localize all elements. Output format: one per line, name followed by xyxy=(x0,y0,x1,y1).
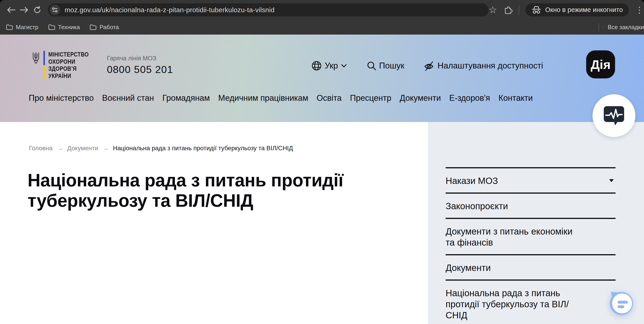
bookmarks-bar: Магистр Техника Работа Все закладки xyxy=(0,20,644,34)
folder-icon xyxy=(6,24,13,30)
logo-line: УКРАЇНИ xyxy=(48,72,89,80)
logo-line: ЗДОРОВ’Я xyxy=(48,65,89,72)
bookmark-folder-rabota[interactable]: Работа xyxy=(90,24,119,31)
search-icon xyxy=(367,61,376,70)
breadcrumb-current: Національна рада з питань протидії тубер… xyxy=(113,144,293,152)
chat-bubble-icon xyxy=(606,290,633,316)
folder-icon xyxy=(603,24,604,30)
header-actions: Укр Пошук Налаштування доступності xyxy=(312,56,543,75)
reload-button[interactable] xyxy=(31,4,44,16)
sidebar-item-label: Документи з питань економіки та фінансів xyxy=(446,226,578,248)
hotline: Гаряча лінія МОЗ 0800 505 201 xyxy=(107,55,173,76)
browser-menu-button[interactable]: ⋮ xyxy=(635,6,644,14)
main-nav: Про міністерство Воєнний стан Громадянам… xyxy=(29,93,533,103)
bookmark-label: Техника xyxy=(58,24,80,31)
dropdown-caret-icon[interactable] xyxy=(609,179,614,182)
hotline-number[interactable]: 0800 505 201 xyxy=(107,64,173,76)
url-text: moz.gov.ua/uk/nacionalna-rada-z-pitan-pr… xyxy=(65,6,274,14)
nav-item-contacts[interactable]: Контакти xyxy=(498,93,533,103)
sidebar-item-label: Законопроєкти xyxy=(446,201,578,212)
browser-chrome: moz.gov.ua/uk/nacionalna-rada-z-pitan-pr… xyxy=(0,0,644,34)
language-selector[interactable]: Укр xyxy=(312,60,347,71)
reload-icon xyxy=(33,6,41,14)
accessibility-label: Налаштування доступності xyxy=(438,61,543,70)
chevron-down-icon xyxy=(341,64,347,68)
folder-icon xyxy=(48,24,55,30)
nav-item-press-center[interactable]: Пресцентр xyxy=(350,93,391,103)
main-content: Головна → Документи → Національна рада з… xyxy=(0,122,428,324)
sidebar-menu: Накази МОЗ Законопроєкти Документи з пит… xyxy=(446,167,616,324)
all-bookmarks-button[interactable]: Все закладки xyxy=(598,20,644,34)
nav-item-ehealth[interactable]: Е-здоров'я xyxy=(449,93,490,103)
dia-label: Дія xyxy=(591,57,610,72)
logo-line: ОХОРОНИ xyxy=(48,58,89,65)
sidebar-item-label: Накази МОЗ xyxy=(446,175,578,186)
accessibility-button[interactable]: Налаштування доступності xyxy=(423,60,543,72)
page-title: Національна рада з питань протидії тубер… xyxy=(28,170,398,211)
sidebar-item-documents[interactable]: Документи xyxy=(446,254,616,280)
nav-item-about[interactable]: Про міністерство xyxy=(29,93,94,103)
chat-widget-button[interactable] xyxy=(606,290,633,316)
breadcrumb-arrow-icon: → xyxy=(102,145,109,152)
breadcrumb-item-documents[interactable]: Документи xyxy=(67,144,98,152)
breadcrumb: Головна → Документи → Національна рада з… xyxy=(29,144,293,152)
logo-line: МІНІСТЕРСТВО xyxy=(48,51,89,58)
site-header: МІНІСТЕРСТВО ОХОРОНИ ЗДОРОВ’Я УКРАЇНИ Га… xyxy=(0,34,644,122)
bookmark-star-button[interactable]: ☆ xyxy=(488,5,497,15)
trident-icon xyxy=(32,52,40,64)
forward-button[interactable] xyxy=(18,4,31,16)
search-label: Пошук xyxy=(379,61,404,70)
back-button[interactable] xyxy=(4,4,18,16)
folder-icon xyxy=(90,24,96,30)
extensions-button[interactable] xyxy=(503,5,513,15)
eye-off-icon xyxy=(423,60,434,72)
flag-bar xyxy=(44,51,45,79)
nav-item-education[interactable]: Освіта xyxy=(316,93,342,103)
sidebar-item-nakazy-moz[interactable]: Накази МОЗ xyxy=(446,167,616,192)
moh-logo-text: МІНІСТЕРСТВО ОХОРОНИ ЗДОРОВ’Я УКРАЇНИ xyxy=(48,51,89,79)
tune-icon xyxy=(52,6,58,13)
url-bar[interactable]: moz.gov.ua/uk/nacionalna-rada-z-pitan-pr… xyxy=(48,4,488,16)
breadcrumb-item-home[interactable]: Головна xyxy=(29,144,52,152)
sidebar-item-national-council[interactable]: Національна рада з питань протидії тубер… xyxy=(446,280,616,324)
sidebar-item-zakonoproekty[interactable]: Законопроєкти xyxy=(446,192,616,218)
nav-item-martial-law[interactable]: Воєнний стан xyxy=(102,93,154,103)
screen: moz.gov.ua/uk/nacionalna-rada-z-pitan-pr… xyxy=(0,0,644,324)
moh-logo[interactable]: МІНІСТЕРСТВО ОХОРОНИ ЗДОРОВ’Я УКРАЇНИ xyxy=(32,51,96,79)
dia-logo-button[interactable]: Дія xyxy=(586,50,615,78)
site-settings-button[interactable] xyxy=(50,5,60,15)
breadcrumb-arrow-icon: → xyxy=(57,145,63,152)
toolbar-separator xyxy=(519,5,519,15)
incognito-badge: Окно в режиме инкогнито xyxy=(525,4,629,16)
toolbar-right-tools: ☆ Окно в режиме инкогнито ⋮ xyxy=(488,4,644,16)
sidebar-item-label: Національна рада з питань протидії тубер… xyxy=(446,288,578,321)
hotline-label: Гаряча лінія МОЗ xyxy=(107,55,173,62)
all-bookmarks-label: Все закладки xyxy=(608,24,644,31)
browser-toolbar: moz.gov.ua/uk/nacionalna-rada-z-pitan-pr… xyxy=(0,0,644,20)
sidebar-item-economy-finance-docs[interactable]: Документи з питань економіки та фінансів xyxy=(446,218,616,254)
bookmark-label: Магистр xyxy=(16,24,38,31)
pulse-chat-icon xyxy=(603,104,625,127)
bookmark-folder-tehnika[interactable]: Техника xyxy=(48,24,80,31)
incognito-label: Окно в режиме инкогнито xyxy=(545,6,623,14)
nav-item-citizens[interactable]: Громадянам xyxy=(162,93,210,103)
nav-item-documents[interactable]: Документи xyxy=(400,93,441,103)
back-arrow-icon xyxy=(7,6,15,13)
globe-icon xyxy=(312,60,322,71)
language-label: Укр xyxy=(325,61,338,70)
bookmark-label: Работа xyxy=(100,24,119,31)
sidebar-item-label: Документи xyxy=(446,262,578,274)
nav-item-medical-workers[interactable]: Медичним працівникам xyxy=(218,93,308,103)
bookmark-folder-magistr[interactable]: Магистр xyxy=(6,24,38,31)
bookmarks-separator xyxy=(598,23,599,31)
forward-arrow-icon xyxy=(20,6,28,13)
puzzle-icon xyxy=(503,5,513,15)
search-button[interactable]: Пошук xyxy=(367,61,404,70)
incognito-icon xyxy=(532,6,542,14)
health-chatbot-button[interactable] xyxy=(592,94,636,137)
